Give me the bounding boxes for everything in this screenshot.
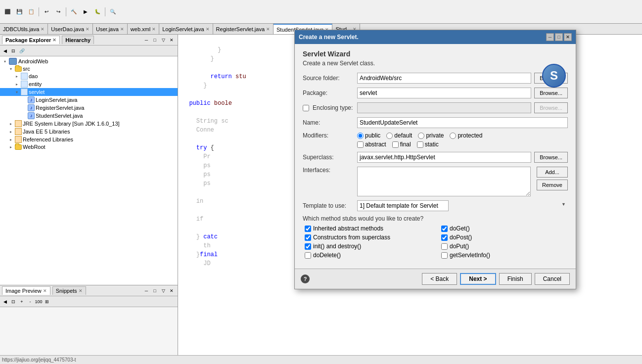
tree-item-javaee[interactable]: ▸ Java EE 5 Libraries	[0, 128, 178, 136]
interfaces-textarea[interactable]	[357, 167, 531, 196]
tab-loginservlet[interactable]: LoginServlet.java ✕	[159, 24, 213, 34]
template-select[interactable]: 1] Default template for Servlet	[357, 200, 449, 211]
tree-back-btn[interactable]: ◀	[1, 47, 9, 55]
package-input[interactable]	[357, 88, 531, 98]
stub-doDelete-check[interactable]	[305, 252, 311, 259]
stub-init-check[interactable]	[305, 243, 311, 250]
stub-constructors[interactable]: Constructors from superclass	[305, 234, 431, 241]
tree-collapse-btn[interactable]: ⊟	[9, 47, 17, 55]
modifier-static-check[interactable]	[417, 141, 423, 148]
panel-tool-maximize[interactable]: □	[151, 36, 159, 44]
stub-doPost[interactable]: doPost()	[441, 234, 568, 241]
image-prev-btn[interactable]: ◀	[1, 298, 9, 306]
tree-arrow-reflibs[interactable]: ▸	[10, 137, 15, 142]
bottom-panel-minimize[interactable]: ─	[142, 287, 150, 295]
panel-tab-package-explorer[interactable]: Package Explorer ✕	[2, 36, 60, 44]
tree-item-src[interactable]: ▾ src	[0, 65, 178, 72]
superclass-browse-btn[interactable]: Browse...	[534, 152, 568, 163]
panel-tool-menu[interactable]: ▽	[159, 36, 167, 44]
image-zoom-100[interactable]: 100	[35, 298, 43, 306]
modifier-final-check[interactable]	[392, 141, 399, 148]
tab-registerservlet[interactable]: RegisterServlet.java ✕	[213, 24, 274, 34]
tree-arrow-servlet[interactable]: ▾	[16, 90, 21, 94]
modifier-protected-radio[interactable]	[450, 133, 456, 139]
superclass-input[interactable]	[357, 152, 531, 163]
interfaces-add-btn[interactable]: Add...	[537, 167, 568, 178]
tree-item-dao[interactable]: ▸ dao	[0, 72, 178, 80]
toolbar-btn-4[interactable]: ↩	[41, 6, 52, 17]
tree-arrow-webroot[interactable]: ▸	[10, 145, 15, 149]
stub-doPost-check[interactable]	[441, 234, 448, 241]
bottom-panel-menu[interactable]: ▽	[159, 287, 167, 295]
enclosing-type-browse-btn[interactable]: Browse...	[534, 102, 568, 113]
tree-item-studentservlet[interactable]: J StudentServlet.java	[0, 112, 178, 120]
stub-getServletInfo-check[interactable]	[441, 252, 448, 259]
image-preview-close[interactable]: ✕	[43, 288, 47, 293]
tab-loginservlet-close[interactable]: ✕	[206, 27, 210, 32]
modifier-abstract[interactable]: abstract	[357, 141, 386, 148]
toolbar-btn-2[interactable]: 💾	[14, 6, 25, 17]
stub-doDelete[interactable]: doDelete()	[305, 252, 431, 259]
tab-webxml-close[interactable]: ✕	[152, 27, 156, 32]
toolbar-btn-3[interactable]: 📋	[26, 6, 37, 17]
modifier-public[interactable]: public	[357, 132, 380, 139]
tree-arrow-javaee[interactable]: ▸	[10, 130, 15, 134]
stub-doGet[interactable]: doGet()	[441, 225, 568, 232]
modifier-abstract-check[interactable]	[357, 141, 364, 148]
tab-user[interactable]: User.java ✕	[93, 24, 128, 34]
toolbar-btn-8[interactable]: 🐛	[92, 6, 103, 17]
modifier-private[interactable]: private	[418, 132, 444, 139]
tree-link-btn[interactable]: 🔗	[18, 47, 26, 55]
tab-registerservlet-close[interactable]: ✕	[266, 27, 270, 32]
panel-tab-snippets[interactable]: Snippets ✕	[52, 286, 86, 295]
toolbar-btn-7[interactable]: ▶	[80, 6, 91, 17]
image-zoom-custom[interactable]: ⊞	[43, 298, 51, 306]
name-input[interactable]	[357, 117, 568, 128]
tree-arrow-entity[interactable]: ▸	[16, 82, 21, 87]
toolbar-btn-search[interactable]: 🔍	[107, 6, 118, 17]
bottom-panel-maximize[interactable]: □	[151, 287, 159, 295]
tree-item-reflibs[interactable]: ▸ Referenced Libraries	[0, 136, 178, 143]
tree-item-loginservlet[interactable]: J LoginServlet.java	[0, 96, 178, 104]
tree-arrow-jre[interactable]: ▸	[10, 122, 15, 126]
stub-doGet-check[interactable]	[441, 226, 448, 232]
help-button[interactable]: ?	[301, 274, 310, 283]
source-folder-input[interactable]	[357, 73, 531, 84]
cancel-button[interactable]: Cancel	[535, 273, 570, 285]
snippets-close[interactable]: ✕	[79, 288, 83, 293]
stub-inherited[interactable]: Inherited abstract methods	[305, 225, 431, 232]
modifier-public-radio[interactable]	[357, 133, 364, 139]
modifier-default-radio[interactable]	[386, 133, 393, 139]
stub-getServletInfo[interactable]: getServletInfo()	[441, 252, 568, 259]
tree-arrow-src[interactable]: ▾	[10, 67, 15, 71]
tab-jdbcutils[interactable]: JDBCUtils.java ✕	[0, 24, 48, 34]
interfaces-remove-btn[interactable]: Remove	[537, 180, 568, 190]
modifier-final[interactable]: final	[392, 141, 411, 148]
tree-item-jre[interactable]: ▸ JRE System Library [Sun JDK 1.6.0_13]	[0, 120, 178, 128]
tab-user-close[interactable]: ✕	[120, 27, 124, 32]
modifier-private-radio[interactable]	[418, 133, 424, 139]
stub-doPut[interactable]: doPut()	[441, 243, 568, 250]
package-explorer-tree[interactable]: ▾ AndroidWeb ▾ src ▸ dao ▸	[0, 56, 178, 285]
stub-doPut-check[interactable]	[441, 243, 448, 250]
tree-item-registerservlet[interactable]: J RegisterServlet.java	[0, 104, 178, 112]
next-button[interactable]: Next >	[460, 273, 496, 285]
tree-arrow-dao[interactable]: ▸	[16, 74, 21, 79]
tree-item-androidweb[interactable]: ▾ AndroidWeb	[0, 57, 178, 65]
tab-userdao[interactable]: UserDao.java ✕	[48, 24, 93, 34]
image-zoom-fit[interactable]: ⊡	[9, 298, 17, 306]
modifier-static[interactable]: static	[417, 141, 439, 148]
tab-webxml[interactable]: web.xml ✕	[128, 24, 159, 34]
image-zoom-in[interactable]: +	[18, 298, 26, 306]
panel-tab-hierarchy[interactable]: Hierarchy	[62, 36, 94, 44]
dialog-close-btn[interactable]: ✕	[564, 33, 572, 41]
tab-userdao-close[interactable]: ✕	[86, 27, 90, 32]
dialog-minimize-btn[interactable]: ─	[546, 33, 554, 41]
enclosing-type-checkbox[interactable]	[303, 105, 309, 111]
tree-item-entity[interactable]: ▸ entity	[0, 80, 178, 88]
stub-inherited-check[interactable]	[305, 226, 311, 232]
bottom-panel-close[interactable]: ✕	[168, 287, 176, 295]
package-explorer-close[interactable]: ✕	[52, 38, 56, 43]
panel-tab-image-preview[interactable]: Image Preview ✕	[2, 286, 50, 295]
panel-tool-close[interactable]: ✕	[168, 36, 176, 44]
